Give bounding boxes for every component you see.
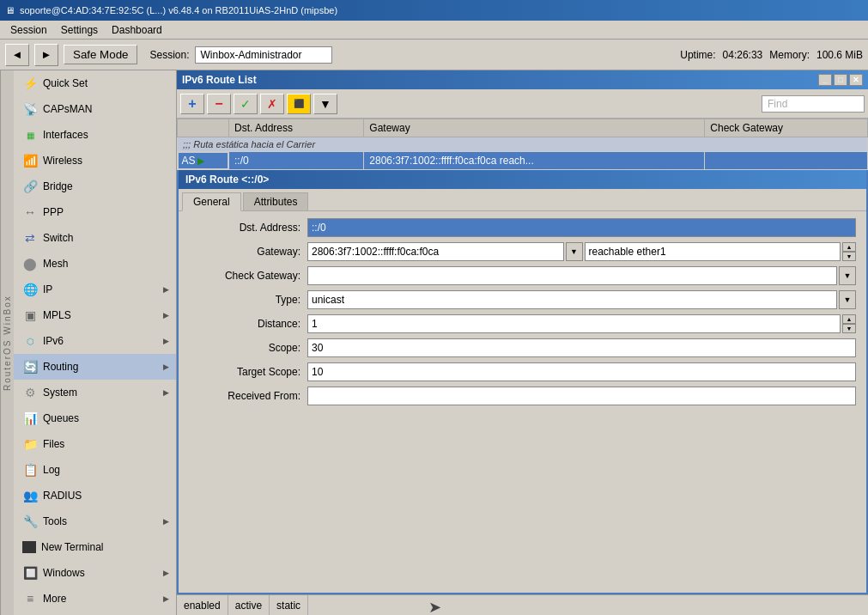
sidebar-item-log[interactable]: 📋 Log xyxy=(14,457,176,483)
sidebar-item-windows[interactable]: 🔲 Windows ▶ xyxy=(14,560,176,586)
ppp-icon: ↔ xyxy=(22,204,38,220)
scope-input[interactable] xyxy=(307,338,856,357)
sidebar-item-routing[interactable]: 🔄 Routing ▶ xyxy=(14,354,176,380)
remove-button[interactable]: − xyxy=(207,94,231,114)
row-check-gateway xyxy=(705,152,868,170)
target-scope-input[interactable] xyxy=(307,362,856,381)
tab-general[interactable]: General xyxy=(182,192,241,211)
back-icon: ◄ xyxy=(12,48,23,61)
type-dropdown-button[interactable]: ▼ xyxy=(839,290,856,309)
dst-address-input[interactable] xyxy=(307,218,856,237)
table-row[interactable]: AS ▶ ::/0 2806:3f7:1002::ffff:f0ca:f0ca … xyxy=(178,152,868,170)
find-box[interactable]: Find xyxy=(762,95,865,113)
sidebar-item-ipv6[interactable]: ⬡ IPv6 ▶ xyxy=(14,328,176,354)
sidebar-item-interfaces[interactable]: ▦ Interfaces xyxy=(14,122,176,148)
more-icon: ≡ xyxy=(22,591,38,606)
gateway-status-spinner[interactable]: ▲ ▼ xyxy=(842,242,856,261)
sidebar-item-ip[interactable]: 🌐 IP ▶ xyxy=(14,277,176,302)
system-icon: ⚙ xyxy=(22,385,38,400)
mark-button[interactable]: ⬛ xyxy=(287,94,311,114)
type-input-group: ▼ xyxy=(307,290,856,309)
target-scope-row: Target Scope: xyxy=(189,362,856,381)
table-group-header: ;;; Ruta estática hacia el Carrier xyxy=(178,137,868,152)
distance-row: Distance: ▲ ▼ xyxy=(189,314,856,333)
check-gateway-dropdown-button[interactable]: ▼ xyxy=(839,266,856,285)
windows-arrow: ▶ xyxy=(163,569,169,577)
sidebar-item-more[interactable]: ≡ More ▶ xyxy=(14,586,176,612)
window-minimize-button[interactable]: _ xyxy=(818,74,832,86)
sidebar-item-mesh[interactable]: ⬤ Mesh xyxy=(14,251,176,277)
check-gateway-input[interactable] xyxy=(307,266,837,285)
gateway-dropdown-button[interactable]: ▼ xyxy=(566,242,583,261)
session-value[interactable]: Winbox-Administrador xyxy=(195,46,332,64)
ip-icon: 🌐 xyxy=(22,282,38,297)
sidebar-item-queues[interactable]: 📊 Queues xyxy=(14,405,176,431)
sidebar-item-label-ip: IP xyxy=(43,283,52,295)
distance-up[interactable]: ▲ xyxy=(842,314,856,324)
ip-arrow: ▶ xyxy=(163,285,169,294)
uptime-area: Uptime: 04:26:33 Memory: 100.6 MiB xyxy=(680,49,863,61)
gateway-label: Gateway: xyxy=(189,246,300,258)
sidebar-item-bridge[interactable]: 🔗 Bridge xyxy=(14,174,176,199)
gateway-status-down[interactable]: ▼ xyxy=(842,252,856,261)
route-table-container: Dst. Address Gateway Check Gateway ;;; R… xyxy=(177,119,868,170)
sidebar-item-capsman[interactable]: 📡 CAPsMAN xyxy=(14,96,176,122)
received-from-input[interactable] xyxy=(307,387,856,405)
filter-button[interactable]: ▼ xyxy=(313,94,337,114)
system-arrow: ▶ xyxy=(163,388,169,397)
window-restore-button[interactable]: □ xyxy=(834,74,847,86)
sidebar-item-label-log: Log xyxy=(43,464,60,476)
sidebar-item-system[interactable]: ⚙ System ▶ xyxy=(14,380,176,405)
type-input[interactable] xyxy=(307,290,837,309)
safe-mode-button[interactable]: Safe Mode xyxy=(64,45,137,64)
route-arrow-icon: ▶ xyxy=(197,155,204,167)
window-controls: _ □ ✕ xyxy=(818,74,863,86)
scope-label: Scope: xyxy=(189,342,300,354)
sidebar-item-switch[interactable]: ⇄ Switch xyxy=(14,225,176,251)
capsman-icon: 📡 xyxy=(22,101,38,117)
sidebar-item-terminal[interactable]: New Terminal xyxy=(14,534,176,560)
sidebar-item-label-mpls: MPLS xyxy=(43,309,71,321)
quickset-icon: ⚡ xyxy=(22,76,38,91)
gateway-status-input[interactable] xyxy=(585,242,841,261)
forward-button[interactable]: ► xyxy=(34,44,58,66)
tab-attributes[interactable]: Attributes xyxy=(243,192,309,210)
back-button[interactable]: ◄ xyxy=(5,44,29,66)
sidebar-item-radius[interactable]: 👥 RADIUS xyxy=(14,483,176,508)
sidebar-item-label-switch: Switch xyxy=(43,232,73,244)
sidebar-item-quickset[interactable]: ⚡ Quick Set xyxy=(14,70,176,96)
distance-input[interactable] xyxy=(307,314,841,333)
menu-session[interactable]: Session xyxy=(3,22,54,38)
titlebar-text: soporte@C4:AD:34:7E:92:5C (L...) v6.48.4… xyxy=(20,5,337,15)
check-gateway-label: Check Gateway: xyxy=(189,270,300,282)
sidebar-item-files[interactable]: 📁 Files xyxy=(14,431,176,457)
gateway-input[interactable] xyxy=(307,242,564,261)
sidebar-item-label-files: Files xyxy=(43,438,64,450)
queues-icon: 📊 xyxy=(22,411,38,426)
distance-down[interactable]: ▼ xyxy=(842,324,856,333)
window-close-button[interactable]: ✕ xyxy=(849,74,863,86)
sidebar-item-label-capsman: CAPsMAN xyxy=(43,103,92,115)
titlebar: 🖥 soporte@C4:AD:34:7E:92:5C (L...) v6.48… xyxy=(0,0,868,21)
disable-button[interactable]: ✗ xyxy=(260,94,284,114)
row-gateway: 2806:3f7:1002::ffff:f0ca:f0ca reach... xyxy=(364,152,705,170)
sidebar-item-tools[interactable]: 🔧 Tools ▶ xyxy=(14,508,176,534)
sidebar-item-label-interfaces: Interfaces xyxy=(43,129,88,141)
bridge-icon: 🔗 xyxy=(22,179,38,194)
tools-arrow: ▶ xyxy=(163,517,169,526)
menu-settings[interactable]: Settings xyxy=(54,22,105,38)
terminal-icon xyxy=(22,541,36,553)
route-list-window: IPv6 Route List _ □ ✕ + − ✓ ✗ ⬛ ▼ Find xyxy=(177,70,868,594)
menu-dashboard[interactable]: Dashboard xyxy=(105,22,169,38)
sidebar-item-wireless[interactable]: 📶 Wireless xyxy=(14,148,176,174)
route-detail-titlebar: IPv6 Route <::/0> xyxy=(179,170,866,189)
sidebar-item-label-mesh: Mesh xyxy=(43,258,68,270)
sidebar-item-label-wireless: Wireless xyxy=(43,155,82,167)
memory-value: 100.6 MiB xyxy=(816,49,863,61)
gateway-status-up[interactable]: ▲ xyxy=(842,242,856,252)
distance-spinner[interactable]: ▲ ▼ xyxy=(842,314,856,333)
add-button[interactable]: + xyxy=(180,94,204,114)
sidebar-item-mpls[interactable]: ▣ MPLS ▶ xyxy=(14,302,176,328)
sidebar-item-ppp[interactable]: ↔ PPP xyxy=(14,199,176,225)
enable-button[interactable]: ✓ xyxy=(234,94,258,114)
